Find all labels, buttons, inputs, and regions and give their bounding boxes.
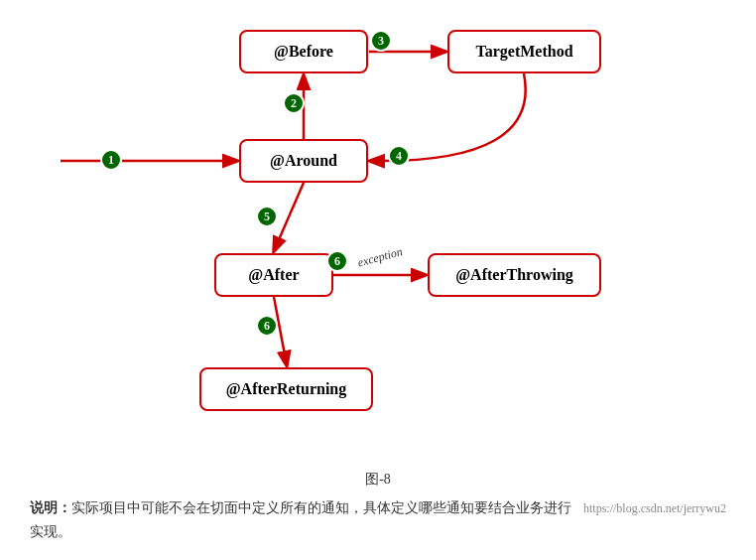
badge-4: 4 [388,145,410,167]
caption: 图-8 [0,471,756,489]
badge-3: 3 [370,30,392,52]
diagram-svg [1,10,755,467]
node-afterreturning: @AfterReturning [199,367,373,411]
note-url: https://blog.csdn.net/jerrywu2 [583,498,726,518]
node-after: @After [214,253,333,297]
badge-6a: 6 [326,250,348,272]
note-prefix: 说明： [30,500,71,515]
note-section: https://blog.csdn.net/jerrywu2 说明：实际项目中可… [0,496,756,544]
node-target: TargetMethod [447,30,601,73]
badge-6b: 6 [256,315,278,337]
svg-line-3 [274,183,304,251]
exception-label: exception [356,244,404,270]
badge-2: 2 [283,92,305,114]
page: @Before TargetMethod @Around @After @Aft… [0,0,756,560]
node-afterthrowing: @AfterThrowing [428,253,601,297]
badge-5: 5 [256,206,278,227]
badge-1: 1 [100,149,122,171]
diagram-area: @Before TargetMethod @Around @After @Aft… [1,10,755,467]
note-text: 实际项目中可能不会在切面中定义所有的通知，具体定义哪些通知要结合业务进行实现。 [30,500,571,539]
node-around: @Around [239,139,368,183]
node-before: @Before [239,30,368,73]
